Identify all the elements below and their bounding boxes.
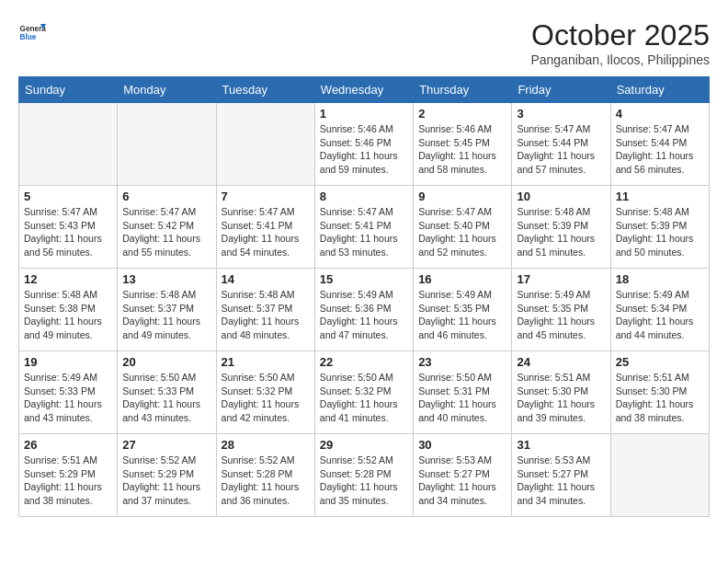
- day-number: 22: [320, 355, 408, 369]
- day-number: 16: [418, 272, 506, 286]
- day-info: Sunrise: 5:48 AM Sunset: 5:37 PM Dayligh…: [122, 288, 210, 342]
- calendar-cell: [610, 434, 709, 517]
- title-block: October 2025 Panganiban, Ilocos, Philipp…: [530, 18, 710, 67]
- calendar-cell: [216, 103, 314, 186]
- day-number: 25: [616, 355, 704, 369]
- calendar-cell: 18Sunrise: 5:49 AM Sunset: 5:34 PM Dayli…: [610, 269, 709, 351]
- calendar-cell: [19, 103, 118, 186]
- day-info: Sunrise: 5:46 AM Sunset: 5:45 PM Dayligh…: [418, 122, 506, 177]
- calendar-cell: 5Sunrise: 5:47 AM Sunset: 5:43 PM Daylig…: [19, 186, 118, 269]
- day-info: Sunrise: 5:47 AM Sunset: 5:44 PM Dayligh…: [616, 122, 704, 177]
- calendar-cell: 16Sunrise: 5:49 AM Sunset: 5:35 PM Dayli…: [414, 269, 512, 351]
- day-info: Sunrise: 5:50 AM Sunset: 5:31 PM Dayligh…: [418, 371, 506, 425]
- day-info: Sunrise: 5:50 AM Sunset: 5:32 PM Dayligh…: [222, 371, 310, 425]
- day-number: 27: [122, 438, 210, 452]
- day-info: Sunrise: 5:47 AM Sunset: 5:41 PM Dayligh…: [222, 205, 310, 259]
- weekday-header-tuesday: Tuesday: [216, 77, 314, 103]
- day-number: 28: [222, 438, 310, 452]
- calendar-cell: 29Sunrise: 5:52 AM Sunset: 5:28 PM Dayli…: [314, 434, 413, 517]
- week-row-2: 5Sunrise: 5:47 AM Sunset: 5:43 PM Daylig…: [19, 186, 710, 269]
- calendar-cell: 13Sunrise: 5:48 AM Sunset: 5:37 PM Dayli…: [118, 269, 216, 351]
- day-number: 30: [418, 438, 506, 452]
- weekday-header-row: SundayMondayTuesdayWednesdayThursdayFrid…: [19, 77, 710, 103]
- day-info: Sunrise: 5:50 AM Sunset: 5:32 PM Dayligh…: [320, 371, 408, 425]
- day-number: 20: [122, 355, 210, 369]
- calendar-cell: 11Sunrise: 5:48 AM Sunset: 5:39 PM Dayli…: [610, 186, 709, 269]
- day-info: Sunrise: 5:50 AM Sunset: 5:33 PM Dayligh…: [122, 371, 210, 425]
- day-info: Sunrise: 5:49 AM Sunset: 5:36 PM Dayligh…: [320, 288, 408, 342]
- calendar-cell: 21Sunrise: 5:50 AM Sunset: 5:32 PM Dayli…: [216, 351, 314, 434]
- day-number: 15: [320, 272, 408, 286]
- calendar-cell: 19Sunrise: 5:49 AM Sunset: 5:33 PM Dayli…: [19, 351, 118, 434]
- day-info: Sunrise: 5:47 AM Sunset: 5:43 PM Dayligh…: [24, 205, 112, 259]
- weekday-header-sunday: Sunday: [19, 77, 118, 103]
- week-row-4: 19Sunrise: 5:49 AM Sunset: 5:33 PM Dayli…: [19, 351, 710, 434]
- week-row-3: 12Sunrise: 5:48 AM Sunset: 5:38 PM Dayli…: [19, 269, 710, 351]
- day-info: Sunrise: 5:49 AM Sunset: 5:34 PM Dayligh…: [616, 288, 704, 342]
- day-number: 21: [222, 355, 310, 369]
- calendar-cell: 14Sunrise: 5:48 AM Sunset: 5:37 PM Dayli…: [216, 269, 314, 351]
- calendar-cell: 2Sunrise: 5:46 AM Sunset: 5:45 PM Daylig…: [414, 103, 512, 186]
- day-info: Sunrise: 5:52 AM Sunset: 5:28 PM Dayligh…: [222, 454, 310, 508]
- weekday-header-monday: Monday: [118, 77, 216, 103]
- calendar-cell: 25Sunrise: 5:51 AM Sunset: 5:30 PM Dayli…: [610, 351, 709, 434]
- month-title: October 2025: [530, 18, 710, 52]
- day-number: 29: [320, 438, 408, 452]
- day-info: Sunrise: 5:53 AM Sunset: 5:27 PM Dayligh…: [418, 454, 506, 508]
- day-number: 23: [418, 355, 506, 369]
- calendar-cell: 4Sunrise: 5:47 AM Sunset: 5:44 PM Daylig…: [610, 103, 709, 186]
- week-row-1: 1Sunrise: 5:46 AM Sunset: 5:46 PM Daylig…: [19, 103, 710, 186]
- weekday-header-saturday: Saturday: [610, 77, 709, 103]
- calendar-cell: 9Sunrise: 5:47 AM Sunset: 5:40 PM Daylig…: [414, 186, 512, 269]
- day-info: Sunrise: 5:51 AM Sunset: 5:30 PM Dayligh…: [616, 371, 704, 425]
- day-number: 14: [222, 272, 310, 286]
- page-header: General Blue October 2025 Panganiban, Il…: [18, 18, 710, 67]
- day-info: Sunrise: 5:49 AM Sunset: 5:35 PM Dayligh…: [517, 288, 605, 342]
- day-info: Sunrise: 5:49 AM Sunset: 5:35 PM Dayligh…: [418, 288, 506, 342]
- day-number: 26: [24, 438, 112, 452]
- calendar-cell: 8Sunrise: 5:47 AM Sunset: 5:41 PM Daylig…: [314, 186, 413, 269]
- day-info: Sunrise: 5:48 AM Sunset: 5:39 PM Dayligh…: [517, 205, 605, 259]
- calendar-cell: 20Sunrise: 5:50 AM Sunset: 5:33 PM Dayli…: [118, 351, 216, 434]
- day-info: Sunrise: 5:52 AM Sunset: 5:29 PM Dayligh…: [122, 454, 210, 508]
- day-number: 1: [320, 107, 408, 121]
- calendar-table: SundayMondayTuesdayWednesdayThursdayFrid…: [18, 76, 710, 517]
- calendar-cell: 22Sunrise: 5:50 AM Sunset: 5:32 PM Dayli…: [314, 351, 413, 434]
- calendar-cell: 30Sunrise: 5:53 AM Sunset: 5:27 PM Dayli…: [414, 434, 512, 517]
- day-info: Sunrise: 5:47 AM Sunset: 5:40 PM Dayligh…: [418, 205, 506, 259]
- calendar-cell: 10Sunrise: 5:48 AM Sunset: 5:39 PM Dayli…: [512, 186, 610, 269]
- location: Panganiban, Ilocos, Philippines: [530, 52, 710, 67]
- day-number: 18: [616, 272, 704, 286]
- day-number: 8: [320, 190, 408, 203]
- day-number: 19: [24, 355, 112, 369]
- logo-icon: General Blue: [18, 18, 46, 46]
- calendar-cell: 15Sunrise: 5:49 AM Sunset: 5:36 PM Dayli…: [314, 269, 413, 351]
- day-number: 9: [418, 190, 506, 203]
- day-info: Sunrise: 5:47 AM Sunset: 5:41 PM Dayligh…: [320, 205, 408, 259]
- day-number: 2: [418, 107, 506, 121]
- day-info: Sunrise: 5:53 AM Sunset: 5:27 PM Dayligh…: [517, 454, 605, 508]
- weekday-header-thursday: Thursday: [414, 77, 512, 103]
- day-number: 17: [517, 272, 605, 286]
- week-row-5: 26Sunrise: 5:51 AM Sunset: 5:29 PM Dayli…: [19, 434, 710, 517]
- day-number: 10: [517, 190, 605, 203]
- day-info: Sunrise: 5:46 AM Sunset: 5:46 PM Dayligh…: [320, 122, 408, 177]
- day-info: Sunrise: 5:52 AM Sunset: 5:28 PM Dayligh…: [320, 454, 408, 508]
- calendar-cell: 27Sunrise: 5:52 AM Sunset: 5:29 PM Dayli…: [118, 434, 216, 517]
- calendar-cell: 7Sunrise: 5:47 AM Sunset: 5:41 PM Daylig…: [216, 186, 314, 269]
- calendar-cell: [118, 103, 216, 186]
- day-info: Sunrise: 5:47 AM Sunset: 5:42 PM Dayligh…: [122, 205, 210, 259]
- calendar-cell: 23Sunrise: 5:50 AM Sunset: 5:31 PM Dayli…: [414, 351, 512, 434]
- day-info: Sunrise: 5:51 AM Sunset: 5:29 PM Dayligh…: [24, 454, 112, 508]
- day-number: 13: [122, 272, 210, 286]
- calendar-cell: 3Sunrise: 5:47 AM Sunset: 5:44 PM Daylig…: [512, 103, 610, 186]
- calendar-cell: 28Sunrise: 5:52 AM Sunset: 5:28 PM Dayli…: [216, 434, 314, 517]
- calendar-cell: 17Sunrise: 5:49 AM Sunset: 5:35 PM Dayli…: [512, 269, 610, 351]
- logo: General Blue: [18, 18, 46, 46]
- day-info: Sunrise: 5:51 AM Sunset: 5:30 PM Dayligh…: [517, 371, 605, 425]
- day-number: 11: [616, 190, 704, 203]
- calendar-cell: 12Sunrise: 5:48 AM Sunset: 5:38 PM Dayli…: [19, 269, 118, 351]
- calendar-cell: 31Sunrise: 5:53 AM Sunset: 5:27 PM Dayli…: [512, 434, 610, 517]
- weekday-header-wednesday: Wednesday: [314, 77, 413, 103]
- day-number: 4: [616, 107, 704, 121]
